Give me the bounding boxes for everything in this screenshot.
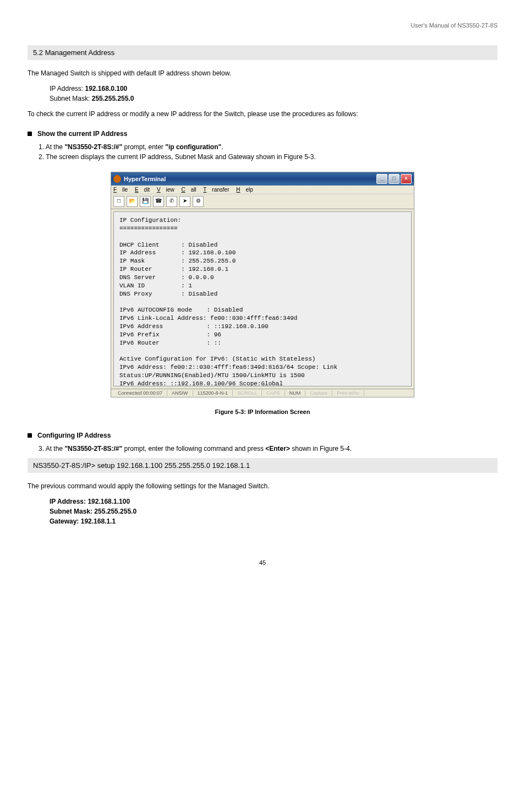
mask-label: Subnet Mask: bbox=[50, 95, 90, 102]
step3-prompt: "NS3550-2T-8S:/#" bbox=[64, 445, 122, 453]
manual-header: User's Manual of NS3550-2T-8S bbox=[28, 22, 497, 29]
step1-c: prompt, enter bbox=[122, 143, 165, 151]
menu-view[interactable]: View bbox=[157, 187, 174, 193]
save-icon[interactable]: 💾 bbox=[140, 196, 151, 207]
step3-key: <Enter> bbox=[265, 445, 290, 453]
status-scroll: SCROLL bbox=[233, 390, 262, 396]
new-gw-label: Gateway: bbox=[50, 517, 79, 525]
menu-edit[interactable]: Edit bbox=[135, 187, 150, 193]
maximize-button[interactable]: □ bbox=[389, 174, 400, 184]
titlebar[interactable]: HyperTerminal _ □ × bbox=[111, 172, 414, 186]
new-gw-value: 192.168.1.1 bbox=[81, 517, 116, 525]
new-ip-value: 192.168.1.100 bbox=[88, 498, 130, 505]
step3-e: shown in Figure 5-4. bbox=[290, 445, 352, 453]
new-settings-block: IP Address: 192.168.1.100 Subnet Mask: 2… bbox=[50, 497, 497, 526]
bullet-title: Show the current IP Address bbox=[37, 130, 127, 138]
props-icon[interactable]: ⚙ bbox=[193, 196, 204, 207]
open-icon[interactable]: 📂 bbox=[127, 196, 138, 207]
default-ip-block: IP Address: 192.168.0.100 Subnet Mask: 2… bbox=[50, 84, 497, 103]
window-controls: _ □ × bbox=[376, 174, 412, 184]
step3-a: 3. At the bbox=[39, 445, 64, 453]
step1-a: 1. At the bbox=[39, 143, 64, 151]
send-icon[interactable]: ➤ bbox=[179, 196, 190, 207]
hyperterminal-window: HyperTerminal _ □ × File Edit View Call … bbox=[111, 172, 414, 397]
step-1: 1. At the "NS3550-2T-8S:/#" prompt, ente… bbox=[39, 143, 497, 161]
step-2: 2. The screen displays the current IP ad… bbox=[39, 153, 497, 161]
new-mask-value: 255.255.255.0 bbox=[94, 508, 136, 515]
intro-text: The Managed Switch is shipped with defau… bbox=[28, 68, 497, 78]
step3-c: prompt, enter the following command and … bbox=[122, 445, 265, 453]
bullet-show-ip: Show the current IP Address bbox=[28, 130, 497, 138]
app-icon bbox=[113, 175, 121, 183]
bullet-square-icon bbox=[28, 132, 32, 136]
step1-prompt: "NS3550-2T-8S:/#" bbox=[64, 143, 122, 151]
step1-cmd: "ip configuration" bbox=[165, 143, 221, 151]
toolbar: □ 📂 💾 ☎ ✆ ➤ ⚙ bbox=[111, 194, 414, 209]
menu-call[interactable]: Call bbox=[181, 187, 196, 193]
new-mask-label: Subnet Mask: bbox=[50, 508, 92, 515]
figure-caption: Figure 5-3: IP Information Screen bbox=[28, 408, 497, 415]
status-caps: CAPS bbox=[262, 390, 285, 396]
statusbar: Connected 00:00:07 ANSIW 115200-8-N-1 SC… bbox=[111, 389, 414, 397]
status-num: NUM bbox=[285, 390, 306, 396]
step-3: 3. At the "NS3550-2T-8S:/#" prompt, ente… bbox=[39, 445, 497, 453]
menu-help[interactable]: Help bbox=[236, 187, 253, 193]
minimize-button[interactable]: _ bbox=[376, 174, 387, 184]
command-box: NS3550-2T-8S:/IP> setup 192.168.1.100 25… bbox=[28, 458, 497, 473]
page-number: 45 bbox=[28, 559, 497, 566]
new-ip-label: IP Address: bbox=[50, 498, 86, 505]
mask-value: 255.255.255.0 bbox=[92, 95, 134, 102]
bullet2-title: Configuring IP Address bbox=[37, 432, 111, 439]
new-icon[interactable]: □ bbox=[113, 196, 124, 207]
section-heading: 5.2 Management Address bbox=[28, 45, 497, 60]
menu-file[interactable]: File bbox=[113, 187, 128, 193]
menu-transfer[interactable]: Transfer bbox=[203, 187, 229, 193]
ip-value: 192.168.0.100 bbox=[85, 85, 128, 92]
call-icon[interactable]: ☎ bbox=[153, 196, 164, 207]
status-connected: Connected 00:00:07 bbox=[113, 390, 167, 396]
desc-text: To check the current IP address or modif… bbox=[28, 109, 497, 119]
step1-e: . bbox=[221, 143, 223, 151]
bullet-config-ip: Configuring IP Address bbox=[28, 432, 497, 439]
status-print: Print echo bbox=[332, 390, 364, 396]
bullet-square-icon bbox=[28, 433, 32, 438]
closing-text: The previous command would apply the fol… bbox=[28, 481, 497, 491]
status-baud: 115200-8-N-1 bbox=[193, 390, 233, 396]
hangup-icon[interactable]: ✆ bbox=[166, 196, 177, 207]
menubar: File Edit View Call Transfer Help bbox=[111, 186, 414, 194]
window-title: HyperTerminal bbox=[124, 176, 376, 182]
close-button[interactable]: × bbox=[401, 174, 412, 184]
status-capture: Capture bbox=[305, 390, 332, 396]
status-detect: ANSIW bbox=[167, 390, 193, 396]
terminal-output[interactable]: IP Configuration: ================ DHCP … bbox=[113, 211, 412, 386]
ip-label: IP Address: bbox=[50, 85, 83, 92]
